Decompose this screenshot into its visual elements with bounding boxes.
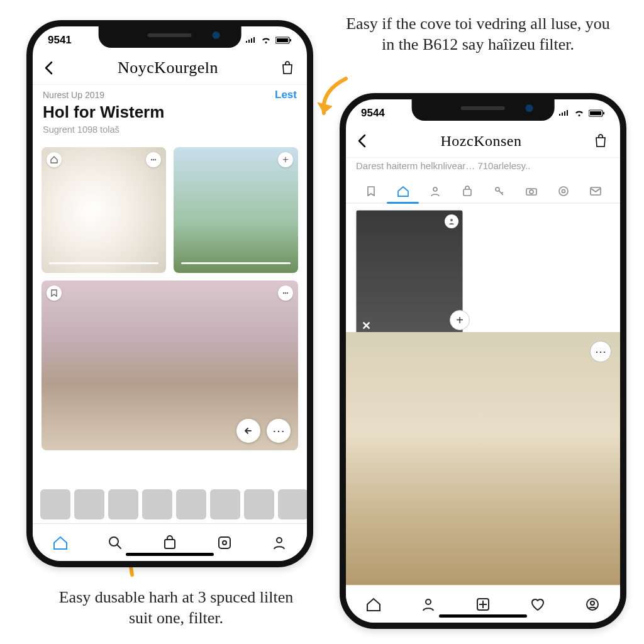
search-icon [108, 535, 123, 550]
notch [99, 26, 242, 48]
home-indicator [439, 614, 527, 618]
list-header: Nurest Up 2019 Lest Hol for Wisterm Sugr… [33, 84, 307, 141]
svg-point-8 [287, 292, 288, 294]
profile-icon [272, 535, 287, 550]
status-time: 9541 [48, 34, 72, 47]
svg-rect-16 [603, 112, 604, 114]
grid-card-2[interactable]: + [174, 147, 298, 273]
svg-rect-1 [277, 38, 288, 42]
tab-camera[interactable] [516, 180, 546, 203]
heart-icon [530, 597, 546, 612]
tab-mail[interactable] [580, 180, 610, 203]
grid-icon [475, 597, 491, 612]
tag-badge[interactable] [445, 214, 458, 228]
svg-point-17 [433, 187, 437, 191]
image-placeholder [42, 147, 166, 273]
svg-rect-2 [290, 39, 291, 42]
tab-home[interactable] [388, 180, 418, 203]
svg-point-12 [223, 541, 226, 545]
tab-key[interactable] [484, 180, 514, 203]
add-badge[interactable]: + [278, 152, 293, 167]
more-button[interactable]: ⋯ [267, 419, 291, 443]
page-title: Hol for Wisterm [43, 103, 297, 122]
thumb-item[interactable] [74, 489, 104, 519]
bag-button[interactable] [279, 60, 296, 76]
feed-photo[interactable]: ⋯ [346, 332, 620, 585]
back-button[interactable] [40, 60, 57, 76]
profile-icon [421, 597, 436, 612]
svg-point-5 [155, 159, 156, 160]
bag-button[interactable] [592, 133, 609, 149]
selfie-card[interactable]: ✕ + [356, 210, 463, 336]
nav-profile[interactable] [401, 597, 455, 612]
page-subtitle: Sugrent 1098 tolaš [43, 125, 297, 135]
thumb-item[interactable] [40, 489, 70, 519]
prev-button[interactable] [236, 419, 260, 443]
more-button[interactable]: ⋯ [590, 341, 611, 362]
image-placeholder [174, 147, 298, 273]
svg-point-13 [277, 538, 282, 543]
svg-point-7 [285, 292, 286, 294]
tab-bag[interactable] [452, 180, 482, 203]
shopping-bag-icon [162, 535, 177, 550]
phone-right: 9544 HozcKonsen Darest haiterm helknlive… [340, 93, 626, 629]
battery-icon [589, 109, 605, 117]
notch [412, 99, 555, 121]
nav-profile[interactable] [252, 535, 307, 550]
card-more-icon[interactable] [278, 286, 293, 301]
nav-account[interactable] [565, 597, 620, 612]
svg-rect-15 [590, 111, 601, 115]
card-more-icon[interactable] [146, 152, 161, 167]
nav-activity[interactable] [197, 535, 252, 550]
thumb-item[interactable] [176, 489, 206, 519]
feed: ✕ + ⋯ [346, 204, 620, 585]
home-small-icon [50, 155, 58, 164]
search-bar[interactable]: Darest haiterm helknlivear… 710arlelesy.… [346, 157, 620, 175]
svg-point-22 [559, 187, 568, 196]
thumb-item[interactable] [210, 489, 240, 519]
signal-icon [558, 109, 570, 117]
tab-bookmark[interactable] [356, 180, 386, 203]
card-actions: ⋯ [236, 419, 291, 443]
status-time: 9544 [361, 107, 385, 119]
wifi-icon [574, 109, 585, 117]
add-button[interactable]: + [450, 310, 470, 330]
more-icon: ⋯ [272, 423, 285, 438]
tab-person[interactable] [420, 180, 450, 203]
app-title: NoycKourgeln [118, 58, 218, 77]
category-tabs [346, 175, 620, 204]
thumb-item[interactable] [278, 489, 308, 519]
sort-action[interactable]: Lest [275, 89, 297, 101]
back-button[interactable] [353, 133, 370, 149]
svg-point-25 [450, 219, 453, 221]
tab-target[interactable] [548, 180, 578, 203]
nav-search[interactable] [87, 535, 142, 550]
thumb-item[interactable] [142, 489, 172, 519]
grid-card-3[interactable]: ⋯ [42, 280, 298, 450]
annotation-bottom: Easy dusable harh at 3 spuced lilten sui… [50, 587, 302, 628]
more-icon [282, 289, 289, 297]
card-badge-icon[interactable] [47, 286, 62, 301]
close-button[interactable]: ✕ [359, 319, 373, 333]
thumbnail-strip[interactable] [33, 484, 307, 523]
progress-track [181, 262, 291, 264]
nav-heart[interactable] [511, 597, 565, 612]
arrow-left-icon [243, 426, 253, 435]
nav-home[interactable] [346, 597, 401, 612]
app-title: HozcKonsen [441, 133, 522, 150]
home-icon [52, 535, 69, 550]
svg-point-21 [530, 190, 533, 194]
nav-grid[interactable] [455, 597, 510, 612]
phone-left: 9541 NoycKourgeln Nurest Up 2019 Lest Ho… [26, 20, 313, 567]
svg-rect-18 [464, 189, 471, 196]
thumb-item[interactable] [244, 489, 274, 519]
bookmark-icon [50, 289, 58, 297]
chevron-left-icon [357, 134, 366, 148]
nav-bag[interactable] [142, 535, 197, 550]
annotation-top: Easy if the cove toi vedring all luse, y… [340, 14, 616, 55]
nav-home[interactable] [33, 535, 87, 550]
card-badge-icon[interactable] [47, 152, 62, 167]
grid-card-1[interactable] [42, 147, 166, 273]
home-icon [365, 597, 382, 612]
thumb-item[interactable] [108, 489, 138, 519]
